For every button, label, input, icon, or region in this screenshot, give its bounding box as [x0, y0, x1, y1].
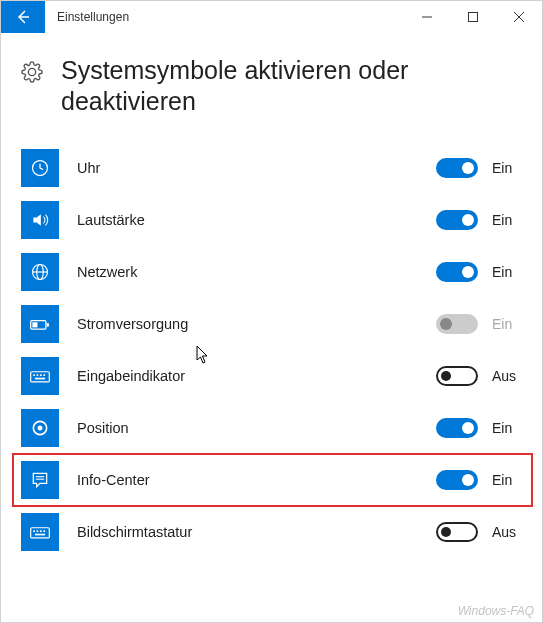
- svg-rect-2: [469, 13, 478, 22]
- setting-row: PositionEin: [21, 402, 528, 454]
- setting-label: Bildschirmtastatur: [59, 524, 436, 540]
- svg-rect-22: [31, 527, 50, 537]
- toggle-switch[interactable]: [436, 418, 478, 438]
- svg-rect-25: [40, 530, 42, 532]
- setting-row: Info-CenterEin: [13, 454, 532, 506]
- toggle-switch[interactable]: [436, 158, 478, 178]
- clock-icon: [21, 149, 59, 187]
- toggle-area: Ein: [436, 314, 528, 334]
- toggle-area: Aus: [436, 522, 528, 542]
- svg-rect-11: [32, 322, 37, 327]
- setting-row: LautstärkeEin: [21, 194, 528, 246]
- svg-rect-24: [37, 530, 39, 532]
- svg-rect-10: [47, 323, 49, 326]
- maximize-button[interactable]: [450, 1, 496, 33]
- setting-row: BildschirmtastaturAus: [21, 506, 528, 558]
- minimize-icon: [422, 12, 432, 22]
- toggle-switch[interactable]: [436, 470, 478, 490]
- toggle-area: Ein: [436, 418, 528, 438]
- setting-label: Netzwerk: [59, 264, 436, 280]
- close-icon: [514, 12, 524, 22]
- toggle-state-label: Ein: [492, 472, 522, 488]
- gear-icon: [21, 61, 43, 87]
- toggle-area: Ein: [436, 158, 528, 178]
- toggle-switch[interactable]: [436, 262, 478, 282]
- page-header: Systemsymbole aktivieren oder deaktivier…: [1, 33, 542, 142]
- globe-icon: [21, 253, 59, 291]
- volume-icon: [21, 201, 59, 239]
- toggle-switch[interactable]: [436, 210, 478, 230]
- toggle-state-label: Ein: [492, 264, 522, 280]
- battery-icon: [21, 305, 59, 343]
- minimize-button[interactable]: [404, 1, 450, 33]
- setting-label: Position: [59, 420, 436, 436]
- toggle-area: Ein: [436, 262, 528, 282]
- svg-rect-27: [35, 533, 45, 535]
- svg-rect-17: [35, 377, 45, 379]
- target-icon: [21, 409, 59, 447]
- svg-rect-14: [37, 374, 39, 376]
- window-controls: [404, 1, 542, 33]
- watermark: Windows-FAQ: [458, 604, 534, 618]
- svg-rect-23: [33, 530, 35, 532]
- info-icon: [21, 461, 59, 499]
- svg-rect-12: [31, 371, 50, 381]
- setting-label: Stromversorgung: [59, 316, 436, 332]
- toggle-switch: [436, 314, 478, 334]
- setting-row: EingabeindikatorAus: [21, 350, 528, 402]
- svg-point-19: [38, 425, 43, 430]
- setting-label: Eingabeindikator: [59, 368, 436, 384]
- setting-label: Uhr: [59, 160, 436, 176]
- arrow-left-icon: [15, 9, 31, 25]
- page-title: Systemsymbole aktivieren oder deaktivier…: [61, 55, 522, 118]
- setting-row: UhrEin: [21, 142, 528, 194]
- toggle-state-label: Aus: [492, 524, 522, 540]
- svg-rect-16: [43, 374, 45, 376]
- toggle-state-label: Ein: [492, 160, 522, 176]
- toggle-area: Ein: [436, 470, 528, 490]
- setting-row: StromversorgungEin: [21, 298, 528, 350]
- titlebar: Einstellungen: [1, 1, 542, 33]
- svg-rect-13: [33, 374, 35, 376]
- keyboard-icon: [21, 513, 59, 551]
- keyboard-icon: [21, 357, 59, 395]
- toggle-area: Ein: [436, 210, 528, 230]
- svg-rect-15: [40, 374, 42, 376]
- maximize-icon: [468, 12, 478, 22]
- setting-label: Info-Center: [59, 472, 436, 488]
- setting-label: Lautstärke: [59, 212, 436, 228]
- settings-list: UhrEinLautstärkeEinNetzwerkEinStromverso…: [1, 142, 542, 558]
- svg-rect-26: [43, 530, 45, 532]
- setting-row: NetzwerkEin: [21, 246, 528, 298]
- toggle-state-label: Ein: [492, 212, 522, 228]
- toggle-area: Aus: [436, 366, 528, 386]
- back-button[interactable]: [1, 1, 45, 33]
- toggle-switch[interactable]: [436, 366, 478, 386]
- toggle-switch[interactable]: [436, 522, 478, 542]
- close-button[interactable]: [496, 1, 542, 33]
- window-title: Einstellungen: [45, 1, 404, 33]
- toggle-state-label: Ein: [492, 420, 522, 436]
- toggle-state-label: Aus: [492, 368, 522, 384]
- toggle-state-label: Ein: [492, 316, 522, 332]
